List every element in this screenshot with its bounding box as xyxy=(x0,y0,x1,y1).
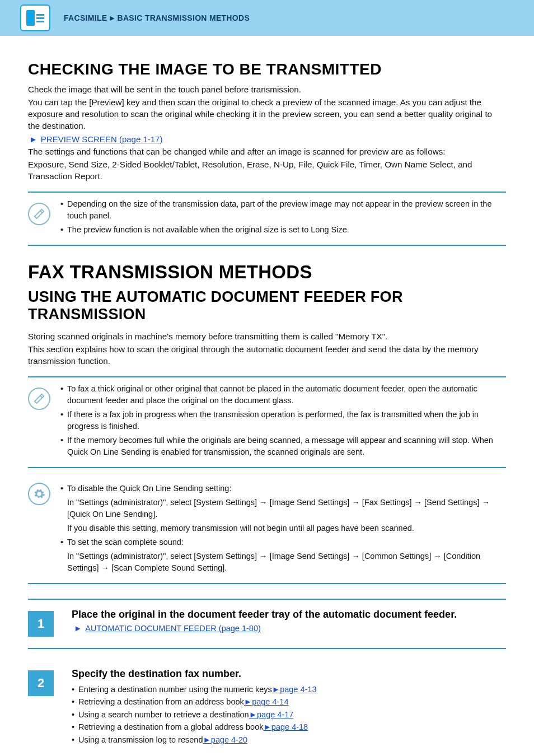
breadcrumb-arrow-icon: ► xyxy=(108,13,116,22)
step-number-badge: 2 xyxy=(28,670,54,696)
step-2-list: Entering a destination number using the … xyxy=(72,683,506,746)
note-block-settings: To disable the Quick On Line Sending set… xyxy=(28,477,506,584)
list-item: Retrieving a destination from an address… xyxy=(72,696,506,708)
link-row: ►AUTOMATIC DOCUMENT FEEDER (page 1-80) xyxy=(72,624,506,633)
note-bullet: If there is a fax job in progress when t… xyxy=(60,409,506,432)
page-link[interactable]: ►page 4-18 xyxy=(263,722,308,731)
note-subline: If you disable this setting, memory tran… xyxy=(67,522,506,534)
body-text: You can tap the [Preview] key and then s… xyxy=(28,97,506,132)
breadcrumb-subsection: BASIC TRANSMISSION METHODS xyxy=(118,13,250,22)
step-1: 1 Place the original in the document fee… xyxy=(28,599,506,649)
step-number-badge: 1 xyxy=(28,611,54,637)
body-text: Storing scanned originals in machine's m… xyxy=(28,331,506,343)
note-subline: In "Settings (administrator)", select [S… xyxy=(67,550,506,574)
note-block: To fax a thick original or other origina… xyxy=(28,376,506,468)
arrow-icon: ► xyxy=(29,134,38,144)
breadcrumb-section: FACSIMILE xyxy=(64,13,107,22)
link-row: ►PREVIEW SCREEN (page 1-17) xyxy=(28,134,506,144)
body-text: This section explains how to scan the or… xyxy=(28,344,506,367)
heading-adf: USING THE AUTOMATIC DOCUMENT FEEDER FOR … xyxy=(28,288,506,323)
step-title: Specify the destination fax number. xyxy=(72,668,506,680)
note-bullet: To set the scan complete sound: xyxy=(60,536,506,548)
arrow-icon: ► xyxy=(263,722,271,731)
list-item: Entering a destination number using the … xyxy=(72,683,506,696)
list-item: Using a search number to retrieve a dest… xyxy=(72,708,506,721)
list-item: Using a transmission log to resend►page … xyxy=(72,734,506,746)
note-block: Depending on the size of the transmissio… xyxy=(28,192,506,246)
page-link[interactable]: ►page 4-13 xyxy=(272,685,317,694)
list-item: Retrieving a destination from a global a… xyxy=(72,721,506,733)
note-bullet: The preview function is not available wh… xyxy=(60,224,506,236)
page-link[interactable]: ►page 4-20 xyxy=(203,735,247,744)
pencil-note-icon xyxy=(28,388,50,410)
heading-check-image: CHECKING THE IMAGE TO BE TRANSMITTED xyxy=(28,60,506,78)
pencil-note-icon xyxy=(28,203,50,225)
page-link[interactable]: ►page 4-14 xyxy=(244,697,289,706)
note-subline: In "Settings (administrator)", select [S… xyxy=(67,497,506,520)
body-text: Check the image that will be sent in the… xyxy=(28,84,506,96)
note-bullet: If the memory becomes full while the ori… xyxy=(60,435,506,458)
gear-note-icon xyxy=(28,483,50,505)
link-adf[interactable]: AUTOMATIC DOCUMENT FEEDER (page 1-80) xyxy=(85,624,260,633)
arrow-icon: ► xyxy=(74,624,82,633)
link-preview-screen[interactable]: PREVIEW SCREEN (page 1-17) xyxy=(41,134,163,144)
arrow-icon: ► xyxy=(244,697,252,706)
header-fax-icon xyxy=(20,4,50,31)
body-text: The settings and functions that can be c… xyxy=(28,146,506,158)
arrow-icon: ► xyxy=(249,710,257,719)
arrow-icon: ► xyxy=(203,735,210,744)
body-text: Exposure, Send Size, 2-Sided Booklet/Tab… xyxy=(28,159,506,183)
heading-fax-methods: FAX TRANSMISSION METHODS xyxy=(28,262,506,283)
breadcrumb: FACSIMILE►BASIC TRANSMISSION METHODS xyxy=(64,13,250,22)
page-header: FACSIMILE►BASIC TRANSMISSION METHODS xyxy=(0,0,534,36)
page-link[interactable]: ►page 4-17 xyxy=(249,710,294,719)
note-bullet: To disable the Quick On Line Sending set… xyxy=(60,483,506,494)
step-title: Place the original in the document feede… xyxy=(72,609,506,620)
step-2: 2 Specify the destination fax number. En… xyxy=(28,659,506,756)
note-bullet: To fax a thick original or other origina… xyxy=(60,383,506,407)
arrow-icon: ► xyxy=(272,685,280,694)
note-bullet: Depending on the size of the transmissio… xyxy=(60,198,506,222)
